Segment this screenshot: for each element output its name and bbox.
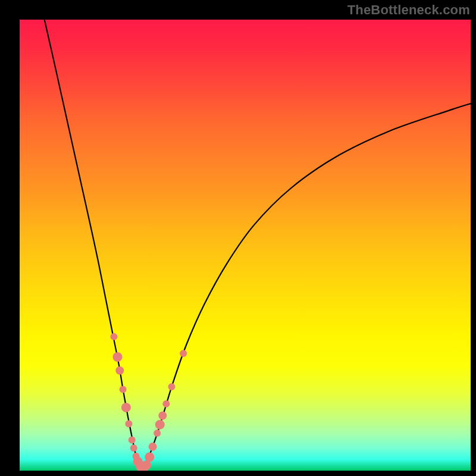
data-marker bbox=[130, 444, 137, 452]
data-marker bbox=[112, 352, 122, 362]
curve-layer bbox=[20, 20, 471, 471]
left-branch-curve bbox=[45, 20, 142, 469]
data-marker bbox=[168, 383, 175, 390]
data-marker bbox=[110, 333, 117, 340]
data-marker bbox=[115, 367, 124, 375]
data-marker bbox=[180, 350, 187, 357]
data-marker bbox=[162, 400, 170, 408]
data-marker bbox=[121, 403, 131, 412]
data-marker bbox=[125, 420, 132, 427]
data-marker bbox=[149, 443, 157, 451]
data-marker bbox=[129, 436, 136, 443]
data-marker bbox=[120, 386, 127, 393]
data-marker bbox=[142, 461, 151, 470]
data-marker bbox=[158, 412, 167, 420]
right-branch-curve bbox=[142, 104, 471, 469]
plot-area bbox=[20, 20, 471, 471]
data-marker bbox=[154, 430, 161, 437]
watermark-text: TheBottleneck.com bbox=[347, 2, 470, 18]
highlighted-points-group bbox=[110, 333, 187, 471]
data-marker bbox=[145, 452, 154, 462]
chart-frame: TheBottleneck.com bbox=[0, 0, 476, 476]
data-marker bbox=[155, 420, 165, 430]
